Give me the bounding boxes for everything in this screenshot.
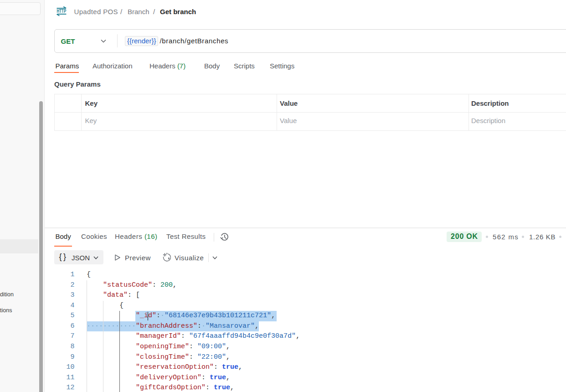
svg-text:HTTP: HTTP — [57, 8, 67, 14]
